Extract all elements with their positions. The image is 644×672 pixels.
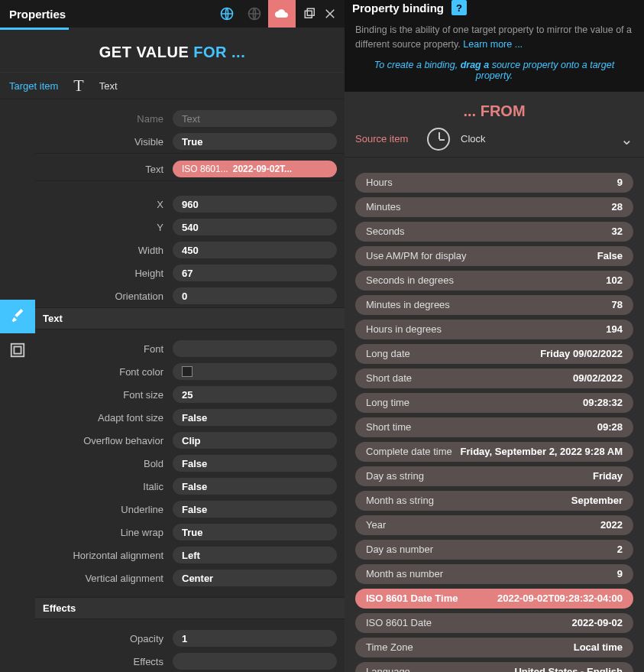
- source-property-value: Friday 09/02/2022: [540, 348, 623, 359]
- color-swatch: [182, 366, 193, 377]
- source-property-name: Long time: [366, 397, 583, 408]
- prop-x-label: X: [35, 199, 173, 210]
- prop-valign-value[interactable]: Center: [173, 570, 337, 586]
- source-property-item[interactable]: LanguageUnited States - English: [355, 662, 633, 673]
- source-property-name: ISO 8601 Date Time: [366, 592, 497, 604]
- prop-visible-value[interactable]: True: [173, 133, 337, 150]
- source-property-name: Year: [366, 519, 600, 531]
- source-property-item[interactable]: Seconds in degrees102: [355, 271, 633, 291]
- cloud-tab-icon[interactable]: [268, 0, 296, 28]
- source-property-item[interactable]: Month as stringSeptember: [355, 491, 633, 511]
- target-item-row: Target item T Text: [0, 72, 345, 99]
- prop-italic-value[interactable]: False: [173, 478, 337, 495]
- prop-height-value[interactable]: 67: [173, 265, 337, 281]
- prop-halign-value[interactable]: Left: [173, 547, 337, 563]
- close-icon[interactable]: [323, 7, 337, 21]
- prop-text-bound-value[interactable]: ISO 8601...2022-09-02T...: [173, 161, 337, 177]
- prop-opacity-label: Opacity: [35, 633, 173, 644]
- source-property-item[interactable]: ISO 8601 Date Time2022-09-02T09:28:32-04…: [355, 589, 633, 609]
- prop-adapt-label: Adapt font size: [35, 412, 173, 424]
- source-property-item[interactable]: Seconds32: [355, 222, 633, 242]
- prop-orientation-value[interactable]: 0: [173, 287, 337, 304]
- source-property-name: Day as number: [366, 544, 617, 555]
- prop-effects-value[interactable]: [173, 653, 337, 670]
- prop-fontsize-value[interactable]: 25: [173, 386, 337, 403]
- source-property-value: United States - English: [514, 666, 623, 672]
- source-property-item[interactable]: ISO 8601 Date2022-09-02: [355, 613, 633, 633]
- source-property-item[interactable]: Year2022: [355, 515, 633, 535]
- globe-tab-icon[interactable]: [213, 0, 241, 28]
- source-property-item[interactable]: Long time09:28:32: [355, 393, 633, 413]
- prop-fontcolor-value[interactable]: [173, 363, 337, 380]
- source-property-item[interactable]: Hours in degrees194: [355, 320, 633, 339]
- source-property-name: Month as number: [366, 568, 617, 579]
- side-toolbar: [0, 300, 35, 367]
- source-property-value: 09/02/2022: [573, 372, 623, 384]
- source-property-item[interactable]: Month as number9: [355, 564, 633, 584]
- source-property-value: 28: [612, 201, 623, 213]
- source-property-value: 2022-09-02T09:28:32-04:00: [497, 592, 623, 604]
- source-property-value: 32: [612, 226, 623, 237]
- source-property-item[interactable]: Complete date timeFriday, September 2, 2…: [355, 442, 633, 462]
- properties-panel: Properties GET VALUE FOR ... Target item…: [0, 0, 345, 672]
- source-property-item[interactable]: Short time09:28: [355, 417, 633, 437]
- source-property-item[interactable]: Minutes28: [355, 197, 633, 217]
- prop-effects-label: Effects: [35, 656, 173, 667]
- source-property-name: Long date: [366, 348, 540, 359]
- header-tabs: [213, 0, 296, 28]
- source-item-name: Clock: [461, 133, 610, 144]
- source-property-item[interactable]: Use AM/PM for displayFalse: [355, 246, 633, 266]
- prop-opacity-value[interactable]: 1: [173, 630, 337, 647]
- copy-window-icon[interactable]: [303, 7, 317, 21]
- prop-font-value[interactable]: [173, 340, 337, 357]
- source-property-value: 09:28:32: [583, 397, 623, 408]
- prop-overflow-value[interactable]: Clip: [173, 432, 337, 449]
- source-property-value: 194: [606, 323, 623, 335]
- source-property-value: 09:28: [597, 421, 623, 433]
- source-properties-list[interactable]: Hours9Minutes28Seconds32Use AM/PM for di…: [345, 157, 644, 673]
- globe-tab-dim-icon[interactable]: [241, 0, 268, 28]
- source-property-name: Seconds: [366, 226, 612, 237]
- prop-italic-label: Italic: [35, 481, 173, 492]
- prop-halign-label: Horizontal alignment: [35, 550, 173, 561]
- clock-icon: [427, 128, 450, 151]
- prop-width-value[interactable]: 450: [173, 242, 337, 258]
- source-property-value: 78: [612, 299, 623, 310]
- text-section-header[interactable]: Text: [35, 307, 345, 330]
- learn-more-link[interactable]: Learn more ...: [463, 39, 523, 50]
- source-property-item[interactable]: Day as stringFriday: [355, 466, 633, 486]
- source-property-name: ISO 8601 Date: [366, 617, 572, 628]
- target-item-label: Target item: [9, 80, 58, 92]
- source-property-item[interactable]: Long dateFriday 09/02/2022: [355, 344, 633, 364]
- prop-adapt-value[interactable]: False: [173, 409, 337, 426]
- prop-overflow-label: Overflow behavior: [35, 435, 173, 446]
- source-property-item[interactable]: Hours9: [355, 173, 633, 193]
- prop-underline-value[interactable]: False: [173, 501, 337, 518]
- prop-y-value[interactable]: 540: [173, 219, 337, 235]
- binding-body: ... FROM Source item Clock ⌄ Hours9Minut…: [345, 92, 644, 673]
- source-property-item[interactable]: Short date09/02/2022: [355, 368, 633, 388]
- source-property-item[interactable]: Day as number2: [355, 540, 633, 560]
- svg-rect-2: [307, 8, 314, 15]
- from-title: ... FROM: [345, 92, 644, 128]
- prop-name-value[interactable]: Text: [173, 110, 337, 127]
- prop-bold-value[interactable]: False: [173, 455, 337, 472]
- right-header: Property binding ?: [345, 0, 644, 15]
- brush-tool-icon[interactable]: [0, 300, 35, 333]
- svg-rect-3: [305, 11, 312, 18]
- prop-linewrap-value[interactable]: True: [173, 524, 337, 541]
- properties-scroll[interactable]: NameText VisibleTrue TextISO 8601...2022…: [0, 99, 345, 672]
- source-property-item[interactable]: Time ZoneLocal time: [355, 638, 633, 657]
- layout-tool-icon[interactable]: [0, 333, 35, 367]
- target-item-name: Text: [99, 80, 118, 92]
- source-property-name: Minutes: [366, 201, 612, 213]
- effects-section-header[interactable]: Effects: [35, 597, 345, 619]
- binding-panel: Property binding ? Binding is the abilit…: [345, 0, 644, 672]
- properties-title: Properties: [0, 8, 213, 21]
- help-button[interactable]: ?: [451, 0, 467, 15]
- prop-x-value[interactable]: 960: [173, 196, 337, 213]
- chevron-down-icon[interactable]: ⌄: [620, 130, 633, 148]
- source-property-item[interactable]: Minutes in degrees78: [355, 295, 633, 315]
- binding-title: Property binding: [352, 2, 444, 15]
- source-item-row: Source item Clock ⌄: [345, 128, 644, 157]
